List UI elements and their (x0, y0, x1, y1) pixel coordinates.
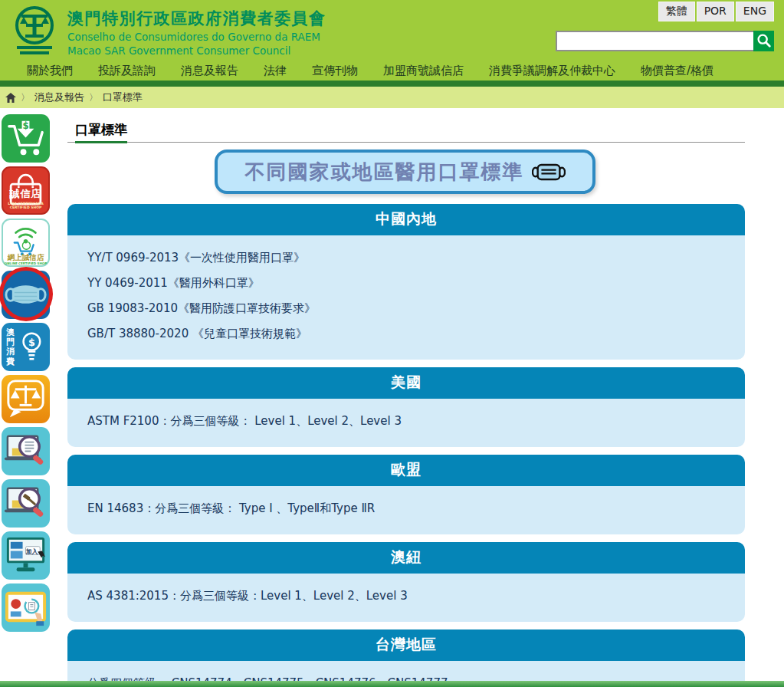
svg-text:加入: 加入 (25, 548, 38, 555)
section-body: ASTM F2100：分爲三個等級： Level 1、Level 2、Level… (67, 399, 745, 447)
main-nav: 關於我們投訴及諮詢消息及報告法律宣傳刊物加盟商號誠信店消費爭議調解及仲裁中心物價… (0, 61, 784, 81)
banner-title: 不同國家或地區醫用口罩標準 (245, 159, 524, 186)
standard-line: EN 14683：分爲三個等級： Type Ⅰ 、TypeⅡ和Type ⅡR (87, 501, 737, 516)
org-title-pt: Conselho de Consumidores do Governo da R… (67, 31, 326, 43)
lang-button-portuguese[interactable]: POR (697, 2, 734, 21)
nav-item[interactable]: 投訴及諮詢 (98, 64, 156, 78)
site-header: 澳門特別行政區政府消費者委員會 Conselho de Consumidores… (0, 0, 784, 61)
online-certified-shop-icon[interactable]: 網上誠信店 ONLINE CERTIFIED SHOP (2, 219, 50, 267)
online-subscription-tablet-icon[interactable] (2, 583, 50, 632)
section-title: 澳紐 (67, 542, 745, 574)
nav-item[interactable]: 加盟商號誠信店 (383, 64, 464, 78)
breadcrumb-current-page: 口罩標準 (103, 90, 143, 104)
page-title-row: 口罩標準 (67, 108, 745, 143)
banner-mask-standards: 不同國家或地區醫用口罩標準 (215, 150, 595, 194)
search-icon (756, 40, 773, 51)
nav-item[interactable]: 消費爭議調解及仲裁中心 (489, 64, 615, 78)
search-bar (556, 31, 774, 51)
section-body: YY/T 0969-2013《一次性使用醫用口罩》YY 0469-2011《醫用… (67, 235, 745, 360)
mask-standards-icon[interactable] (2, 271, 50, 319)
join-online-monitor-icon[interactable]: 加入 (2, 531, 50, 580)
standards-section: 台灣地區 分爲四個等級： CNS14774、CNS14775、CNS14776、… (67, 629, 745, 682)
nav-divider-bar (0, 81, 784, 87)
standard-line: GB/T 38880-2020 《兒童口罩技術規範》 (87, 327, 737, 341)
standard-line: GB 19083-2010《醫用防護口罩技術要求》 (87, 301, 737, 316)
certified-shop-icon[interactable]: 誠信店 LOJA CERTIFICADA CERTIFIED SHOP (2, 166, 50, 215)
standards-section: 澳紐 AS 4381:2015：分爲三個等級：Level 1、Level 2、L… (67, 542, 745, 622)
supermarket-price-cart-icon[interactable]: $ (2, 114, 50, 163)
section-body: AS 4381:2015：分爲三個等級：Level 1、Level 2、Leve… (67, 574, 745, 622)
section-title: 中國內地 (67, 204, 745, 235)
nav-item[interactable]: 法律 (264, 64, 287, 78)
lang-button-traditional-chinese[interactable]: 繁體 (658, 2, 695, 21)
search-button[interactable] (753, 31, 774, 51)
nav-item[interactable]: 宣傳刊物 (312, 64, 358, 78)
search-input[interactable] (556, 31, 753, 51)
arbitration-scales-icon[interactable] (2, 375, 50, 423)
org-titles: 澳門特別行政區政府消費者委員會 Conselho de Consumidores… (67, 8, 326, 57)
breadcrumb-separator: 〉 (21, 91, 30, 104)
standards-section: 中國內地 YY/T 0969-2013《一次性使用醫用口罩》YY 0469-20… (67, 204, 745, 360)
section-body: EN 14683：分爲三個等級： Type Ⅰ 、TypeⅡ和Type ⅡR (67, 486, 745, 534)
lang-button-english[interactable]: ENG (736, 2, 774, 21)
standards-sections: 中國內地 YY/T 0969-2013《一次性使用醫用口罩》YY 0469-20… (67, 204, 745, 682)
main-column: 口罩標準 不同國家或地區醫用口罩標準 中國內地 YY/T 0969-2013《一… (67, 108, 745, 682)
home-icon[interactable] (5, 93, 16, 103)
standard-line: YY 0469-2011《醫用外科口罩》 (87, 276, 737, 291)
content-area: $ 誠信店 LOJA CERTIFICADA CERTIFIED SHOP 網上… (0, 108, 784, 682)
section-body: 分爲四個等級： CNS14774、CNS14775、CNS14776、CNS14… (67, 661, 745, 682)
standard-line: YY/T 0969-2013《一次性使用醫用口罩》 (87, 251, 737, 265)
svg-text:$: $ (22, 120, 28, 131)
org-title-en: Macao SAR Government Consumer Council (67, 44, 326, 57)
search-cases-laptop-icon[interactable] (2, 479, 50, 528)
standard-line: ASTM F2100：分爲三個等級： Level 1、Level 2、Level… (87, 414, 737, 429)
standards-section: 歐盟 EN 14683：分爲三個等級： Type Ⅰ 、TypeⅡ和Type Ⅱ… (67, 455, 745, 534)
mask-icon (532, 161, 566, 183)
svg-text:$: $ (28, 337, 35, 348)
breadcrumb-separator: 〉 (89, 91, 98, 104)
nav-item[interactable]: 消息及報告 (181, 64, 238, 78)
nav-item[interactable]: 物價普查/格價 (641, 64, 713, 78)
org-title-zh: 澳門特別行政區政府消費者委員會 (67, 8, 326, 29)
breadcrumb: 〉 消息及報告 〉 口罩標準 (0, 87, 784, 108)
page-title: 口罩標準 (75, 121, 127, 143)
breadcrumb-news-reports[interactable]: 消息及報告 (34, 90, 84, 104)
language-switcher: 繁體 POR ENG (658, 2, 774, 21)
footer-top-strip (0, 681, 784, 687)
standards-section: 美國 ASTM F2100：分爲三個等級： Level 1、Level 2、Le… (67, 367, 745, 447)
section-title: 台灣地區 (67, 629, 745, 661)
search-reports-laptop-icon[interactable] (2, 427, 50, 475)
consumer-council-logo[interactable] (9, 5, 60, 58)
section-title: 歐盟 (67, 455, 745, 486)
nav-item[interactable]: 關於我們 (27, 64, 73, 78)
section-title: 美國 (67, 367, 745, 399)
macao-consumption-icon[interactable]: 澳門消費 $ (2, 323, 50, 371)
sidebar-quicklinks: $ 誠信店 LOJA CERTIFICADA CERTIFIED SHOP 網上… (2, 114, 63, 636)
standard-line: AS 4381:2015：分爲三個等級：Level 1、Level 2、Leve… (87, 589, 737, 603)
